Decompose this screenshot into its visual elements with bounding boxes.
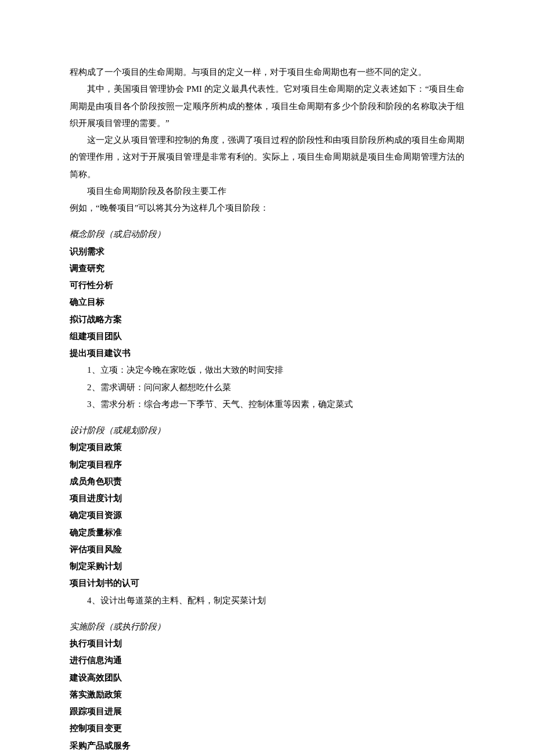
paragraph: 其中，美国项目管理协会 PMI 的定义最具代表性。它对项目生命周期的定义表述如下… <box>70 81 464 132</box>
list-item: 制定项目程序 <box>70 456 464 473</box>
list-item: 制定项目政策 <box>70 439 464 456</box>
phase-title-execute: 实施阶段（或执行阶段） <box>70 618 464 635</box>
paragraph: 程构成了一个项目的生命周期。与项目的定义一样，对于项目生命周期也有一些不同的定义… <box>70 64 464 81</box>
paragraph: 这一定义从项目管理和控制的角度，强调了项目过程的阶段性和由项目阶段所构成的项目生… <box>70 132 464 183</box>
list-item: 确定质量标准 <box>70 524 464 541</box>
list-item: 控制项目变更 <box>70 720 464 737</box>
list-item: 提出项目建议书 <box>70 345 464 362</box>
phase-title-design: 设计阶段（或规划阶段） <box>70 422 464 439</box>
list-item: 建设高效团队 <box>70 669 464 686</box>
list-item: 识别需求 <box>70 243 464 260</box>
numbered-item-2: 2、需求调研：问问家人都想吃什么菜 <box>70 379 464 396</box>
list-item: 进行信息沟通 <box>70 652 464 669</box>
list-item: 执行项目计划 <box>70 635 464 652</box>
list-item: 组建项目团队 <box>70 328 464 345</box>
list-item: 跟踪项目进展 <box>70 703 464 720</box>
list-item: 评估项目风险 <box>70 541 464 558</box>
list-item: 成员角色职责 <box>70 473 464 490</box>
phase-title-concept: 概念阶段（或启动阶段） <box>70 226 464 243</box>
list-item: 采购产品或服务 <box>70 737 464 754</box>
paragraph: 例如，“晚餐项目”可以将其分为这样几个项目阶段： <box>70 200 464 217</box>
numbered-item-1: 1、立项：决定今晚在家吃饭，做出大致的时间安排 <box>70 362 464 379</box>
list-item: 可行性分析 <box>70 277 464 294</box>
numbered-item-3: 3、需求分析：综合考虑一下季节、天气、控制体重等因素，确定菜式 <box>70 396 464 413</box>
list-item: 制定采购计划 <box>70 558 464 575</box>
list-item: 确定项目资源 <box>70 507 464 524</box>
numbered-item-4: 4、设计出每道菜的主料、配料，制定买菜计划 <box>70 592 464 609</box>
list-item: 拟订战略方案 <box>70 311 464 328</box>
list-item: 落实激励政策 <box>70 686 464 703</box>
paragraph: 项目生命周期阶段及各阶段主要工作 <box>70 183 464 200</box>
list-item: 调查研究 <box>70 260 464 277</box>
document-page: 程构成了一个项目的生命周期。与项目的定义一样，对于项目生命周期也有一些不同的定义… <box>0 0 534 756</box>
list-item: 项目计划书的认可 <box>70 575 464 592</box>
list-item: 项目进度计划 <box>70 490 464 507</box>
list-item: 确立目标 <box>70 294 464 311</box>
